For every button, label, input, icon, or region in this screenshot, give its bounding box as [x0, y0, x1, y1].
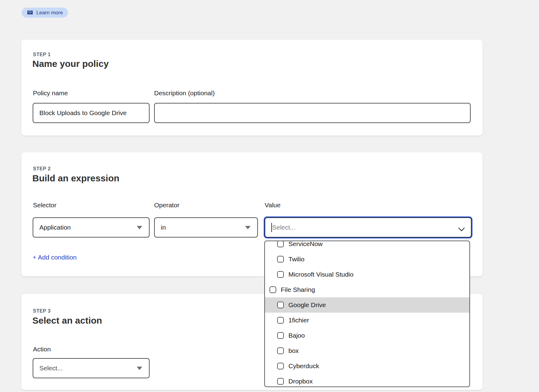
- operator-label: Operator: [154, 201, 179, 209]
- dropdown-option-label: File Sharing: [281, 286, 315, 293]
- action-select[interactable]: Select...: [33, 358, 150, 378]
- checkbox-icon[interactable]: [270, 286, 276, 293]
- dropdown-option-microsoft-visual-studio[interactable]: Microsoft Visual Studio: [265, 267, 469, 282]
- checkbox-icon[interactable]: [277, 317, 284, 324]
- dropdown-option-label: box: [288, 347, 299, 354]
- caret-down-icon: [245, 226, 251, 229]
- book-icon: [27, 10, 33, 16]
- checkbox-icon[interactable]: [277, 271, 284, 278]
- dropdown-option-cyberduck[interactable]: Cyberduck: [265, 358, 469, 374]
- checkbox-icon[interactable]: [277, 332, 284, 339]
- step3-title: Select an action: [32, 315, 102, 326]
- selector-value: Application: [39, 224, 71, 231]
- step1-title: Name your policy: [32, 59, 109, 69]
- checkbox-icon[interactable]: [277, 241, 284, 247]
- checkbox-icon[interactable]: [277, 378, 284, 385]
- add-condition-link[interactable]: + Add condition: [33, 254, 77, 261]
- description-input[interactable]: [154, 103, 471, 123]
- dropdown-option-servicenow[interactable]: ServiceNow: [265, 241, 469, 252]
- dropdown-option-twilio[interactable]: Twilio: [265, 252, 469, 267]
- dropdown-option-box[interactable]: box: [265, 343, 469, 358]
- chevron-down-icon: [458, 226, 465, 233]
- selector-select[interactable]: Application: [33, 217, 150, 238]
- action-label: Action: [33, 346, 51, 353]
- caret-down-icon: [137, 367, 142, 370]
- operator-value: in: [161, 224, 166, 231]
- dropdown-option-dropbox[interactable]: Dropbox: [265, 374, 469, 387]
- step2-title: Build an expression: [32, 173, 119, 183]
- step2-caption: STEP 2: [33, 166, 51, 172]
- checkbox-icon[interactable]: [277, 256, 284, 263]
- caret-down-icon: [137, 226, 142, 229]
- checkbox-icon[interactable]: [277, 302, 284, 308]
- step1-caption: STEP 1: [33, 52, 51, 57]
- step1-card: STEP 1 Name your policy Policy name Desc…: [21, 40, 483, 136]
- checkbox-icon[interactable]: [277, 347, 284, 354]
- dropdown-option-label: ServiceNow: [288, 241, 323, 248]
- dropdown-option-label: Google Drive: [288, 301, 326, 309]
- dropdown-option-label: 1fichier: [288, 317, 309, 324]
- learn-more-label: Learn more: [36, 10, 63, 16]
- policy-name-label: Policy name: [33, 89, 68, 97]
- step3-caption: STEP 3: [33, 308, 51, 314]
- dropdown-option-label: Dropbox: [288, 378, 313, 385]
- dropdown-option-google-drive[interactable]: Google Drive: [265, 297, 469, 313]
- text-cursor: [271, 223, 272, 232]
- dropdown-option-label: Microsoft Visual Studio: [288, 271, 353, 278]
- dropdown-option-bajoo[interactable]: Bajoo: [265, 328, 469, 343]
- policy-name-input[interactable]: [33, 103, 150, 123]
- dropdown-option-1fichier[interactable]: 1fichier: [265, 313, 469, 328]
- dropdown-option-label: Twilio: [288, 256, 305, 263]
- operator-select[interactable]: in: [154, 217, 258, 238]
- description-label: Description (optional): [154, 89, 215, 97]
- action-placeholder: Select...: [39, 365, 63, 372]
- value-combobox[interactable]: Select...: [265, 217, 472, 238]
- dropdown-option-file-sharing[interactable]: File Sharing: [265, 282, 469, 297]
- value-label: Value: [265, 201, 280, 209]
- value-dropdown-list: ServiceNow Twilio Microsoft Visual Studi…: [265, 241, 469, 387]
- selector-label: Selector: [33, 201, 56, 209]
- learn-more-button[interactable]: Learn more: [22, 8, 68, 18]
- checkbox-icon[interactable]: [277, 363, 284, 369]
- value-placeholder: Select...: [272, 224, 295, 231]
- dropdown-option-label: Bajoo: [288, 332, 305, 339]
- value-dropdown-panel: ServiceNow Twilio Microsoft Visual Studi…: [264, 241, 470, 387]
- dropdown-option-label: Cyberduck: [288, 362, 319, 370]
